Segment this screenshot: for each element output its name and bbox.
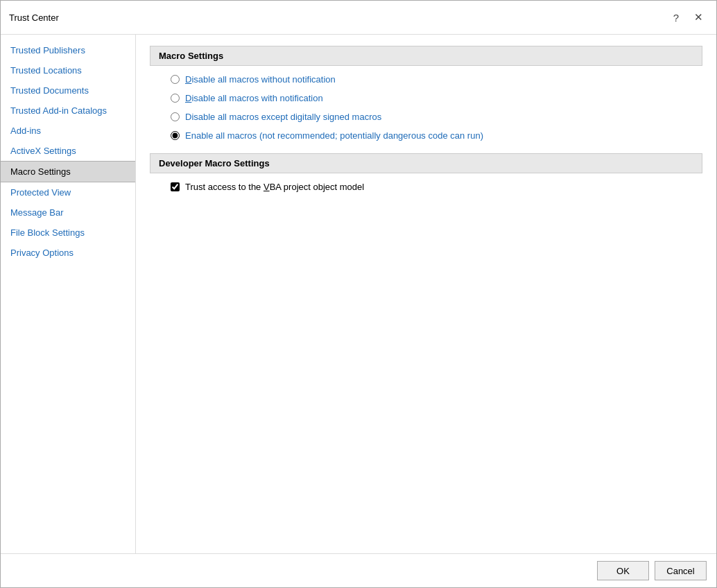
help-button[interactable]: ?	[666, 8, 686, 27]
radio-disable-with-notify-input[interactable]	[171, 94, 180, 103]
cancel-button[interactable]: Cancel	[655, 561, 707, 580]
radio-disable-except-signed: Disable all macros except digitally sign…	[171, 112, 702, 122]
ok-button[interactable]: OK	[597, 561, 649, 580]
content-area: Macro Settings Disable all macros withou…	[136, 35, 716, 553]
trust-center-dialog: Trust Center ? ✕ Trusted PublishersTrust…	[0, 0, 717, 588]
sidebar-item-privacy-options[interactable]: Privacy Options	[1, 243, 135, 263]
radio-disable-except-signed-label[interactable]: Disable all macros except digitally sign…	[185, 112, 381, 122]
radio-enable-all-input[interactable]	[171, 131, 180, 140]
title-bar: Trust Center ? ✕	[1, 1, 716, 35]
dialog-body: Trusted PublishersTrusted LocationsTrust…	[1, 35, 716, 553]
vba-checkbox[interactable]	[171, 182, 180, 191]
radio-disable-no-notify-label[interactable]: Disable all macros without notification	[185, 74, 336, 85]
dialog-footer: OK Cancel	[1, 553, 716, 587]
sidebar-item-trusted-add-in-catalogs[interactable]: Trusted Add-in Catalogs	[1, 101, 135, 121]
vba-checkbox-label[interactable]: Trust access to the VBA project object m…	[185, 182, 364, 192]
sidebar: Trusted PublishersTrusted LocationsTrust…	[1, 35, 136, 553]
sidebar-item-protected-view[interactable]: Protected View	[1, 182, 135, 202]
vba-checkbox-group: Trust access to the VBA project object m…	[171, 182, 702, 192]
sidebar-item-activex-settings[interactable]: ActiveX Settings	[1, 141, 135, 161]
sidebar-item-trusted-locations[interactable]: Trusted Locations	[1, 60, 135, 80]
dialog-title: Trust Center	[9, 12, 59, 23]
macro-settings-header: Macro Settings	[150, 46, 702, 66]
sidebar-item-add-ins[interactable]: Add-ins	[1, 121, 135, 141]
sidebar-item-macro-settings[interactable]: Macro Settings	[1, 161, 135, 182]
macro-radio-group: Disable all macros without notification …	[171, 74, 702, 141]
sidebar-item-trusted-documents[interactable]: Trusted Documents	[1, 80, 135, 101]
radio-enable-all: Enable all macros (not recommended; pote…	[171, 130, 702, 141]
radio-disable-no-notify-input[interactable]	[171, 75, 180, 84]
sidebar-item-message-bar[interactable]: Message Bar	[1, 202, 135, 223]
radio-disable-with-notify: Disable all macros with notification	[171, 93, 702, 103]
close-button[interactable]: ✕	[689, 8, 708, 27]
radio-disable-except-signed-input[interactable]	[171, 112, 180, 121]
radio-disable-with-notify-label[interactable]: Disable all macros with notification	[185, 93, 323, 103]
sidebar-item-file-block-settings[interactable]: File Block Settings	[1, 223, 135, 243]
sidebar-item-trusted-publishers[interactable]: Trusted Publishers	[1, 40, 135, 60]
title-bar-buttons: ? ✕	[666, 8, 708, 27]
radio-disable-no-notify: Disable all macros without notification	[171, 74, 702, 85]
developer-macro-settings-header: Developer Macro Settings	[150, 153, 702, 173]
radio-enable-all-label[interactable]: Enable all macros (not recommended; pote…	[185, 130, 483, 141]
